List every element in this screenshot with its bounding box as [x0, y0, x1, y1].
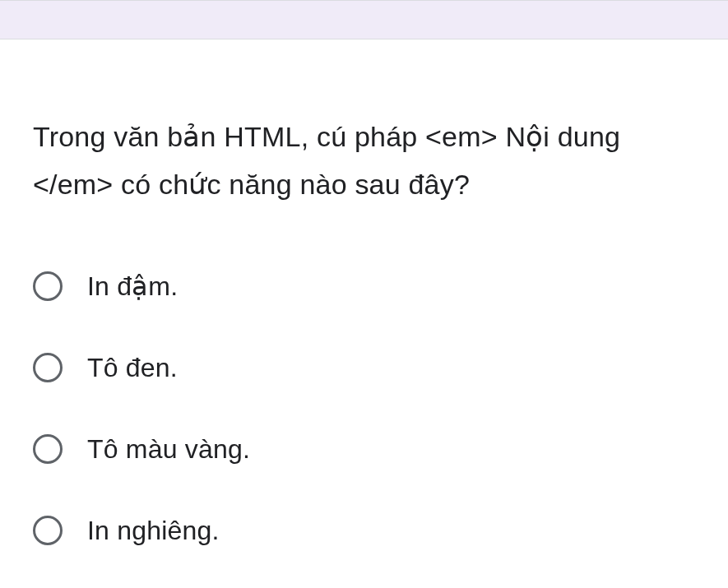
question-text: Trong văn bản HTML, cú pháp <em> Nội dun… — [33, 113, 695, 209]
radio-icon — [33, 516, 63, 545]
option-label: In nghiêng. — [87, 516, 220, 546]
option-1[interactable]: In đậm. — [33, 271, 695, 302]
radio-icon — [33, 353, 63, 382]
radio-icon — [33, 434, 63, 464]
radio-icon — [33, 271, 63, 301]
option-3[interactable]: Tô màu vàng. — [33, 434, 695, 465]
option-2[interactable]: Tô đen. — [33, 353, 695, 383]
option-label: Tô đen. — [87, 353, 178, 383]
question-card: Trong văn bản HTML, cú pháp <em> Nội dun… — [0, 39, 728, 579]
option-label: In đậm. — [87, 271, 178, 302]
option-label: Tô màu vàng. — [87, 434, 250, 465]
top-bar — [0, 0, 728, 39]
options-group: In đậm. Tô đen. Tô màu vàng. In nghiêng. — [33, 271, 695, 546]
option-4[interactable]: In nghiêng. — [33, 516, 695, 546]
